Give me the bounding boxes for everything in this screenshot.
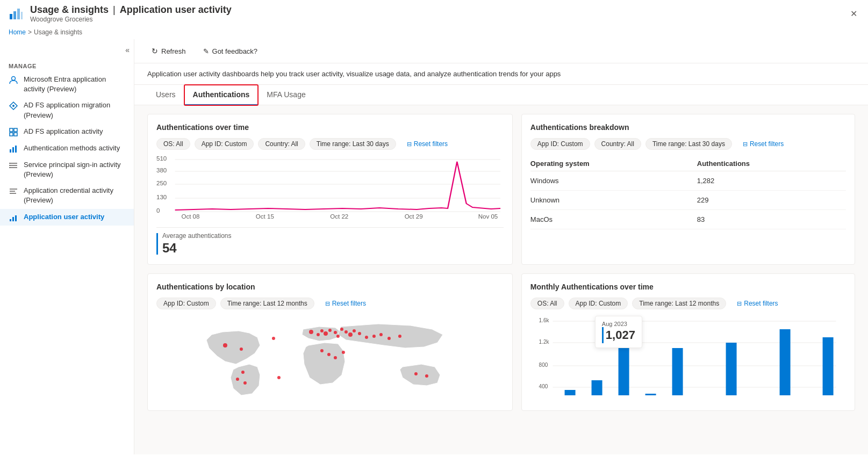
os-macos: MacOs (530, 210, 697, 229)
svg-rect-87 (779, 329, 790, 395)
feedback-button[interactable]: ✎ Got feedback? (199, 45, 262, 57)
breakdown-filter-time[interactable]: Time range: Last 30 days (645, 138, 732, 150)
breadcrumb-separator: > (28, 28, 32, 36)
filter-os-all[interactable]: OS: All (156, 138, 190, 150)
monthly-filter-os[interactable]: OS: All (530, 298, 564, 309)
sidebar-item-adfs-migration[interactable]: AD FS application migration (Preview) (0, 97, 134, 123)
monthly-auth-title: Monthly Authentications over time (530, 283, 846, 291)
sidebar-collapse-area: « (0, 46, 134, 59)
average-bar (156, 233, 158, 255)
cards-row-1: Authentications over time OS: All App ID… (147, 114, 855, 265)
svg-point-67 (277, 376, 281, 379)
funnel-icon: ⊟ (407, 141, 412, 148)
sidebar-item-auth-methods-label: Authentication methods activity (24, 143, 120, 153)
svg-point-55 (358, 332, 361, 335)
location-filter-app-id[interactable]: App ID: Custom (156, 298, 216, 309)
svg-point-50 (336, 335, 340, 338)
app-logo-icon (9, 6, 24, 21)
svg-text:130: 130 (156, 194, 167, 200)
sidebar-item-app-credential[interactable]: Application credential activity (Preview… (0, 183, 134, 208)
location-reset-btn[interactable]: ⊟ Reset filters (319, 298, 372, 309)
sidebar-item-adfs-activity[interactable]: AD FS application activity (0, 124, 134, 140)
svg-point-58 (379, 333, 383, 336)
monthly-reset-btn[interactable]: ⊟ Reset filters (730, 298, 784, 309)
svg-text:400: 400 (539, 383, 548, 389)
svg-point-51 (340, 328, 343, 331)
svg-point-44 (309, 330, 313, 334)
svg-point-70 (243, 381, 247, 385)
monthly-filter-app-id[interactable]: App ID: Custom (569, 298, 628, 309)
breakdown-filter-app-id[interactable]: App ID: Custom (530, 138, 590, 150)
tooltip-bar-icon (602, 327, 604, 343)
refresh-icon: ↻ (152, 47, 158, 55)
sidebar-item-ms-entra[interactable]: Microsoft Entra application activity (Pr… (0, 71, 134, 97)
main-content: ↻ Refresh ✎ Got feedback? Application us… (134, 39, 868, 454)
monthly-auth-card: Monthly Authentications over time OS: Al… (521, 273, 855, 411)
os-unknown: Unknown (530, 191, 697, 210)
svg-text:Oct 22: Oct 22 (330, 214, 348, 220)
monthly-filters: OS: All App ID: Custom Time range: Last … (530, 298, 846, 309)
svg-text:1.6k: 1.6k (539, 317, 549, 323)
chart2-icon (9, 213, 18, 222)
chart-tooltip: Aug 2023 1,027 (595, 316, 642, 348)
sidebar-collapse-button[interactable]: « (125, 46, 130, 54)
svg-text:0: 0 (156, 208, 160, 214)
svg-text:510: 510 (156, 156, 167, 162)
reset-filters-btn[interactable]: ⊟ Reset filters (400, 138, 454, 150)
svg-rect-1 (13, 11, 16, 19)
sidebar-item-adfs-activity-label: AD FS application activity (24, 127, 103, 136)
breakdown-reset-btn[interactable]: ⊟ Reset filters (736, 138, 790, 150)
svg-point-57 (372, 335, 376, 338)
auth-over-time-filters: OS: All App ID: Custom Country: All Time… (156, 138, 504, 150)
tab-authentications[interactable]: Authentications (184, 85, 259, 105)
average-label: Average authentications (162, 232, 232, 240)
svg-text:380: 380 (156, 168, 167, 173)
svg-point-53 (348, 332, 353, 337)
svg-point-43 (272, 337, 275, 340)
breakdown-funnel-icon: ⊟ (743, 141, 748, 148)
svg-point-65 (414, 372, 418, 375)
svg-point-59 (388, 337, 391, 340)
location-filter-time[interactable]: Time range: Last 12 months (220, 298, 314, 309)
svg-rect-25 (15, 215, 17, 221)
svg-rect-9 (10, 133, 13, 136)
sidebar-item-app-user-label: Application user activity (24, 212, 104, 222)
svg-rect-3 (21, 12, 23, 19)
monthly-filter-time[interactable]: Time range: Last 12 months (632, 298, 726, 309)
auth-by-location-card: Authentications by location App ID: Cust… (147, 273, 513, 411)
svg-point-46 (320, 329, 324, 332)
sidebar-item-service-principal[interactable]: Service principal sign-in activity (Prev… (0, 157, 134, 183)
average-section: Average authentications 54 (156, 227, 504, 256)
svg-point-54 (353, 329, 356, 332)
svg-point-60 (398, 335, 401, 338)
breadcrumb-home[interactable]: Home (9, 28, 26, 36)
col-auth: Authentications (697, 156, 846, 171)
filter-time-range-30[interactable]: Time range: Last 30 days (310, 138, 396, 150)
toolbar: ↻ Refresh ✎ Got feedback? (134, 39, 868, 63)
count-unknown: 229 (697, 191, 846, 210)
feedback-label: Got feedback? (212, 47, 258, 55)
tab-mfa[interactable]: MFA Usage (258, 85, 314, 105)
svg-point-56 (365, 336, 368, 339)
sidebar-item-ms-entra-label: Microsoft Entra application activity (Pr… (24, 75, 125, 94)
feedback-icon: ✎ (203, 47, 209, 55)
close-button[interactable]: ✕ (848, 6, 859, 21)
sidebar-item-auth-methods[interactable]: Authentication methods activity (0, 140, 134, 157)
sidebar-item-app-user[interactable]: Application user activity (0, 209, 134, 226)
refresh-button[interactable]: ↻ Refresh (147, 45, 190, 57)
svg-rect-11 (10, 149, 11, 153)
filter-app-id-custom[interactable]: App ID: Custom (195, 138, 254, 150)
breakdown-filter-country[interactable]: Country: All (594, 138, 641, 150)
svg-rect-2 (17, 9, 20, 19)
count-windows: 1,282 (697, 171, 846, 191)
breadcrumb-current: Usage & insights (34, 28, 82, 36)
svg-text:800: 800 (539, 362, 548, 368)
svg-point-48 (328, 329, 332, 332)
tabs-container: Users Authentications MFA Usage (134, 85, 868, 105)
svg-rect-10 (14, 133, 17, 136)
org-name: Woodgrove Groceries (30, 16, 232, 23)
filter-country-all[interactable]: Country: All (258, 138, 305, 150)
description-text: Application user activity dashboards hel… (147, 70, 561, 78)
svg-point-52 (345, 330, 348, 334)
tab-users[interactable]: Users (147, 85, 184, 105)
